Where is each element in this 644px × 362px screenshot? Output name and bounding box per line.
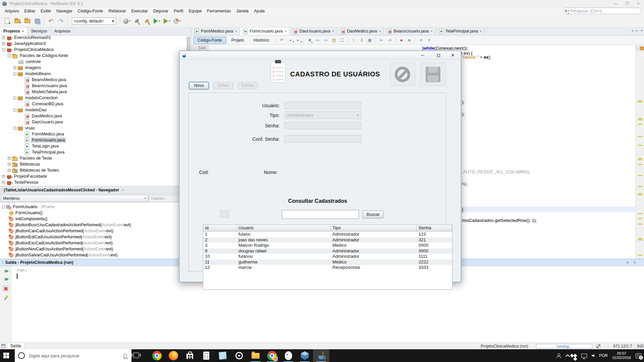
language-indicator[interactable]: POR [599, 353, 608, 358]
navigator-item[interactable]: jButtonSalvarCadUsuActionPerformed(Actio… [9, 252, 117, 258]
editor-tab-formmedico[interactable]: FormMedico.java× [191, 27, 240, 35]
tree-item[interactable]: -visao [13, 125, 36, 131]
error-badge-icon[interactable] [640, 47, 644, 50]
collapse-icon[interactable]: - [8, 54, 11, 57]
tree-item[interactable]: -modeloConection [13, 95, 59, 101]
table-row[interactable]: 11guilhermeMédico2222 [203, 259, 452, 265]
usuario-field[interactable] [284, 102, 362, 109]
tree-item[interactable]: DaoMedico.java [19, 113, 63, 119]
view-history-button[interactable]: Histórico [249, 37, 274, 44]
app-minimize-button[interactable] [416, 51, 429, 60]
menu-item-7[interactable]: Depurar [151, 7, 171, 15]
duplicate-line-icon[interactable]: ▣ [366, 37, 373, 44]
indent-icon[interactable]: ≡ [425, 37, 433, 44]
jump-last-edit-icon[interactable]: ↶ [278, 37, 285, 44]
nome-input[interactable] [282, 210, 359, 219]
close-icon[interactable]: × [480, 27, 482, 35]
new-file-button[interactable] [2, 16, 12, 26]
navigator-close-icon[interactable]: × [122, 188, 124, 192]
view-design-button[interactable]: Projeto [227, 37, 249, 44]
progress-bar[interactable]: running... [536, 344, 592, 349]
save-all-button[interactable] [33, 16, 42, 26]
tree-item[interactable]: BeansMedico.java [19, 77, 67, 83]
shift-right-icon[interactable]: ⇥ [386, 37, 393, 44]
volume-icon[interactable] [592, 354, 594, 357]
cod-field[interactable] [220, 210, 229, 218]
menu-item-5[interactable]: Refatorar [106, 7, 128, 15]
expand-icon[interactable]: + [8, 169, 11, 172]
expand-icon[interactable]: + [8, 157, 11, 160]
editor-tab-telaprincipal[interactable]: TelaPrincipal.java× [436, 27, 485, 35]
next-occurrence-icon[interactable]: ⇨ [322, 37, 329, 44]
navigator-item[interactable]: -FormUsuario :: JFrame [2, 204, 55, 210]
navigator-item[interactable]: jButtonNovCadUsuActionPerformed(ActionEv… [9, 246, 113, 252]
collapse-icon[interactable]: - [13, 97, 16, 100]
tree-item[interactable]: +TestePessoa [2, 179, 39, 185]
run-button[interactable]: ▾ [152, 16, 162, 26]
close-icon[interactable]: × [332, 27, 334, 35]
column-header-senha[interactable]: Senha [417, 225, 452, 232]
new-project-button[interactable] [12, 16, 22, 26]
rectangular-selection-icon[interactable] [338, 37, 345, 44]
previous-occurrence-icon[interactable]: ⇦ [314, 37, 321, 44]
table-row[interactable]: 10fulanouAdministrador1111 [203, 254, 452, 259]
menu-item-2[interactable]: Exibir [38, 7, 54, 15]
navigator-item[interactable]: initComponents() [9, 216, 47, 222]
output-close-icon[interactable]: × [634, 260, 636, 265]
navigator-item[interactable]: FormUsuario() [9, 210, 43, 216]
move-up-icon[interactable]: ⇧ [350, 37, 357, 44]
tree-item[interactable]: ModeloTabela.java [19, 89, 68, 95]
ide-search-box[interactable]: ▾ Pesquisar (Ctrl+I) [563, 8, 641, 14]
menu-item-10[interactable]: Ferramentas [204, 7, 233, 15]
postgresql-taskbar-icon[interactable] [280, 349, 297, 362]
menu-item-8[interactable]: Perfil [171, 7, 186, 15]
people-icon[interactable] [556, 353, 561, 358]
expand-icon[interactable]: + [13, 66, 16, 69]
config-select[interactable]: <config. default>▾ [72, 17, 116, 25]
highlight-icon[interactable]: ▤ [330, 37, 337, 44]
tree-item[interactable]: +Bibliotecas de Testes [8, 167, 60, 173]
output-minimize-icon[interactable]: ▾ [627, 260, 629, 265]
close-icon[interactable]: × [284, 27, 286, 35]
menu-item-9[interactable]: Equipe [186, 7, 204, 15]
output-settings-icon[interactable] [2, 295, 9, 301]
microphone-icon[interactable] [124, 354, 127, 358]
navigator-item[interactable]: jButtonExcCadUsuActionPerformed(ActionEv… [9, 240, 113, 246]
ide-minimize-button[interactable]: — [610, 0, 621, 7]
table-header[interactable]: IdUsuarioTipoSenha [203, 225, 452, 232]
members-filter-select[interactable]: Membros▾ [1, 195, 148, 202]
tree-item[interactable]: +JavaApplication3 [2, 41, 47, 47]
menu-item-1[interactable]: Editar [21, 7, 38, 15]
chrome-profile-taskbar-icon[interactable] [264, 349, 280, 362]
menu-item-11[interactable]: Janela [233, 7, 251, 15]
editor-tab-daomedico[interactable]: DaoMedico.java× [337, 27, 384, 35]
back-icon[interactable]: ◂▾ [286, 37, 293, 44]
tree-item[interactable]: BeansUsuario.java [19, 83, 68, 89]
undo-button[interactable]: ↶ [46, 16, 56, 26]
task-view-button[interactable] [133, 353, 139, 358]
store-taskbar-icon[interactable] [181, 349, 198, 362]
column-header-usuario[interactable]: Usuario [237, 225, 331, 232]
collapse-folds-icon[interactable]: ∧ [636, 47, 640, 50]
profile-button[interactable]: ▾ [172, 16, 182, 26]
notes-taskbar-icon[interactable] [214, 349, 231, 362]
clean-build-button[interactable] [142, 16, 152, 26]
tree-item[interactable]: FormUsuario.java [19, 137, 66, 143]
novo-button[interactable]: Novo [189, 82, 209, 89]
hidden-icons-chevron[interactable] [566, 354, 570, 359]
menu-item-3[interactable]: Navegar [54, 7, 75, 15]
conf-senha-field[interactable] [284, 135, 362, 143]
table-row[interactable]: 9dougras rafaelAdministrador0000 [203, 248, 452, 254]
forward-icon[interactable]: ▸▾ [294, 37, 302, 44]
editor-tab-daousuario[interactable]: DaoUsuario.java× [289, 27, 337, 35]
firefox-taskbar-icon[interactable] [165, 349, 181, 362]
tab-scroll-arrows[interactable]: ◂▸▾ [631, 28, 643, 33]
menu-item-12[interactable]: Ajuda [251, 7, 267, 15]
tree-item[interactable]: -Pacotes de Códigos-fonte [8, 53, 69, 59]
chrome-taskbar-icon[interactable] [149, 349, 165, 362]
rerun-debug-button[interactable] [2, 276, 9, 282]
stop-button[interactable] [2, 286, 9, 292]
open-project-button[interactable] [22, 16, 32, 26]
editor-tab-beansusuario[interactable]: BeansUsuario.java× [384, 27, 435, 35]
debug-button[interactable]: ▾ [162, 16, 172, 26]
